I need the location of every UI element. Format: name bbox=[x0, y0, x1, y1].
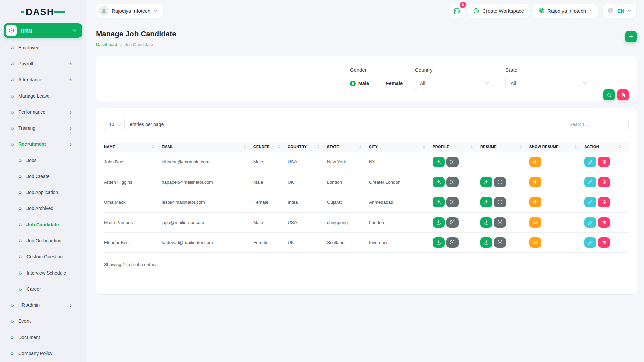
cell-show-resume bbox=[529, 152, 584, 172]
state-select[interactable]: All bbox=[505, 77, 591, 90]
column-header-show-resume[interactable]: SHOW RESUME bbox=[529, 142, 584, 152]
preview-profile-button[interactable] bbox=[446, 197, 459, 207]
edit-candidate-button[interactable] bbox=[584, 177, 596, 187]
sidebar-item-performance[interactable]: Performance › bbox=[4, 104, 82, 120]
preview-resume-button[interactable] bbox=[494, 197, 506, 207]
cell-state: London bbox=[327, 172, 369, 192]
candidates-table-card: 10 entries per page NAME EMAIL GENDER CO… bbox=[96, 108, 637, 294]
workspace-selector[interactable]: Rajodiya infotech bbox=[533, 4, 598, 18]
edit-candidate-button[interactable] bbox=[584, 197, 596, 207]
bullet-icon bbox=[18, 158, 22, 163]
cell-state: Scotland bbox=[327, 232, 369, 252]
sidebar-item-training[interactable]: Training › bbox=[4, 120, 82, 136]
download-resume-button[interactable] bbox=[480, 237, 492, 248]
cell-profile bbox=[433, 172, 480, 192]
column-header-state[interactable]: STATE bbox=[327, 142, 369, 152]
resume-empty-placeholder: - bbox=[480, 159, 482, 164]
column-header-country[interactable]: COUNTRY bbox=[288, 142, 327, 152]
edit-candidate-button[interactable] bbox=[584, 157, 596, 167]
sidebar-item-career[interactable]: Career bbox=[4, 281, 82, 297]
download-profile-button[interactable] bbox=[433, 157, 445, 167]
preview-resume-button[interactable] bbox=[494, 217, 506, 228]
sidebar-item-job-application[interactable]: Job Application bbox=[4, 184, 82, 200]
delete-candidate-button[interactable] bbox=[598, 157, 610, 167]
download-resume-button[interactable] bbox=[480, 217, 492, 228]
column-header-resume[interactable]: RESUME bbox=[480, 142, 529, 152]
add-candidate-button[interactable]: + bbox=[625, 31, 637, 42]
sidebar-item-payroll[interactable]: Payroll › bbox=[4, 56, 82, 72]
preview-resume-button[interactable] bbox=[494, 237, 506, 248]
table-search-input[interactable] bbox=[565, 118, 629, 131]
sidebar-item-recruitment[interactable]: Recruitment › bbox=[4, 136, 82, 152]
show-resume-button[interactable] bbox=[529, 237, 541, 248]
delete-candidate-button[interactable] bbox=[598, 237, 610, 248]
show-resume-button[interactable] bbox=[529, 197, 541, 207]
sidebar-item-jobs[interactable]: Jobs bbox=[4, 152, 82, 168]
sidebar-item-interview-schedule[interactable]: Interview Schedule bbox=[4, 265, 82, 281]
cell-name: Uma Mack bbox=[104, 192, 162, 212]
column-header-gender[interactable]: GENDER bbox=[253, 142, 288, 152]
cell-email: hadevad@mailinator.com bbox=[162, 232, 253, 252]
sidebar-item-manage-leave[interactable]: Manage Leave bbox=[4, 88, 82, 104]
sidebar-item-job-create[interactable]: Job Create bbox=[4, 168, 82, 184]
sidebar-item-job-candidate[interactable]: Job Candidate bbox=[4, 217, 82, 233]
reset-filter-button[interactable] bbox=[617, 89, 629, 100]
apply-filter-button[interactable] bbox=[603, 89, 615, 100]
radio-unchecked-icon bbox=[378, 81, 383, 86]
preview-profile-button[interactable] bbox=[446, 157, 459, 167]
preview-resume-button[interactable] bbox=[494, 177, 506, 187]
sidebar-item-document[interactable]: Document bbox=[4, 329, 82, 345]
column-header-action[interactable]: ACTION bbox=[584, 142, 629, 152]
delete-candidate-button[interactable] bbox=[598, 177, 610, 187]
gender-option-male[interactable]: Male bbox=[350, 81, 369, 86]
sidebar-item-custom-question[interactable]: Custom Question bbox=[4, 249, 82, 265]
preview-profile-button[interactable] bbox=[446, 177, 459, 187]
company-selector[interactable]: Rajodiya infotech bbox=[96, 4, 163, 18]
delete-candidate-button[interactable] bbox=[598, 217, 610, 228]
download-profile-button[interactable] bbox=[433, 177, 445, 187]
app-logo: DASH bbox=[4, 5, 82, 19]
download-profile-button[interactable] bbox=[433, 197, 445, 207]
entries-per-page-label: entries per page bbox=[130, 122, 164, 127]
download-profile-button[interactable] bbox=[433, 217, 445, 228]
preview-profile-button[interactable] bbox=[446, 237, 459, 248]
sidebar-item-attendance[interactable]: Attendance › bbox=[4, 72, 82, 88]
show-resume-button[interactable] bbox=[529, 217, 541, 228]
sidebar-item-event[interactable]: Event bbox=[4, 313, 82, 329]
column-header-email[interactable]: EMAIL bbox=[162, 142, 253, 152]
edit-candidate-button[interactable] bbox=[584, 237, 596, 248]
pencil-icon bbox=[588, 220, 593, 225]
show-resume-button[interactable] bbox=[529, 177, 541, 187]
edit-candidate-button[interactable] bbox=[584, 217, 596, 228]
sidebar-item-hr-admin[interactable]: HR Admin › bbox=[4, 297, 82, 313]
delete-candidate-button[interactable] bbox=[598, 197, 610, 207]
create-workspace-button[interactable]: Create Workspace bbox=[468, 4, 529, 18]
column-header-city[interactable]: CITY bbox=[369, 142, 433, 152]
column-header-profile[interactable]: PROFILE bbox=[433, 142, 480, 152]
chevron-right-icon: › bbox=[70, 61, 82, 67]
hrm-module-button[interactable]: HRM bbox=[4, 23, 82, 38]
download-profile-button[interactable] bbox=[433, 237, 445, 248]
messages-button[interactable]: 6 bbox=[449, 4, 464, 18]
bullet-icon bbox=[10, 78, 14, 82]
preview-profile-button[interactable] bbox=[446, 217, 459, 228]
country-select[interactable]: All bbox=[415, 77, 493, 90]
cell-show-resume bbox=[529, 172, 584, 192]
download-resume-button[interactable] bbox=[480, 197, 492, 207]
column-header-name[interactable]: NAME bbox=[104, 142, 162, 152]
cell-name: John Doe bbox=[104, 152, 162, 172]
gender-option-female[interactable]: Female bbox=[378, 81, 403, 86]
sidebar-item-company-policy[interactable]: Company Policy bbox=[4, 345, 82, 361]
language-selector[interactable]: EN bbox=[602, 4, 637, 18]
entries-per-page-select[interactable]: 10 bbox=[104, 118, 125, 131]
download-resume-button[interactable] bbox=[480, 177, 492, 187]
country-filter-group: Country All bbox=[415, 67, 493, 90]
logo-accent-dot bbox=[21, 11, 24, 13]
show-resume-button[interactable] bbox=[529, 157, 541, 167]
bullet-icon bbox=[10, 94, 14, 98]
sidebar-item-job-on-boarding[interactable]: Job On-boarding bbox=[4, 233, 82, 249]
cell-action bbox=[584, 192, 629, 212]
sidebar-item-job-archived[interactable]: Job Archived bbox=[4, 200, 82, 217]
sidebar-item-employee[interactable]: Employee bbox=[4, 40, 82, 56]
breadcrumb-dashboard-link[interactable]: Dashboard bbox=[96, 42, 117, 47]
